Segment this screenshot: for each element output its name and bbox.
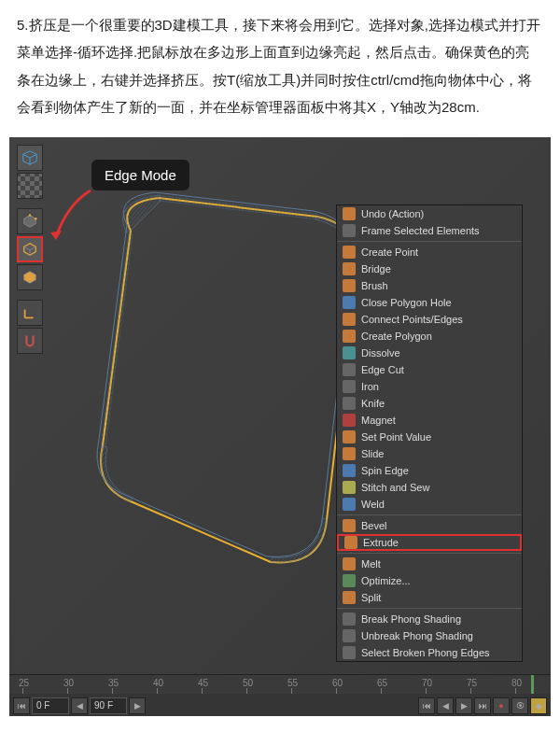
menu-item-label: Dissolve bbox=[361, 347, 400, 359]
menu-item-melt[interactable]: Melt bbox=[337, 556, 522, 572]
menu-item-label: Slide bbox=[361, 448, 384, 459]
menu-item-label: Weld bbox=[361, 499, 385, 510]
autokey-button[interactable]: ⦿ bbox=[511, 697, 528, 714]
mode-toolbar bbox=[17, 145, 43, 354]
goto-start-button[interactable]: ⏮ bbox=[13, 697, 30, 714]
texture-mode-icon[interactable] bbox=[17, 173, 43, 199]
menu-item-extrude[interactable]: Extrude bbox=[337, 534, 522, 551]
menu-item-magnet[interactable]: Magnet bbox=[337, 412, 522, 429]
menu-item-label: Bridge bbox=[361, 263, 391, 274]
ruler-tick: 25 bbox=[19, 678, 29, 688]
menu-item-edge-cut[interactable]: Edge Cut bbox=[337, 361, 522, 378]
menu-item-knife[interactable]: Knife bbox=[337, 395, 522, 412]
menu-item-label: Bevel bbox=[361, 520, 387, 531]
step-fwd-button[interactable]: ▶ bbox=[129, 697, 146, 714]
menu-item-create-polygon[interactable]: Create Polygon bbox=[337, 328, 522, 345]
dissolve-icon bbox=[343, 346, 356, 359]
menu-item-label: Knife bbox=[361, 398, 385, 409]
iron-icon bbox=[343, 380, 356, 393]
menu-item-select-broken-phong-edges[interactable]: Select Broken Phong Edges bbox=[337, 644, 522, 661]
axis-tool-icon[interactable] bbox=[17, 300, 43, 326]
menu-item-label: Iron bbox=[361, 381, 379, 392]
slide-icon bbox=[343, 447, 356, 460]
menu-item-bevel[interactable]: Bevel bbox=[337, 517, 522, 534]
play-fwd-button[interactable]: ▶ bbox=[455, 697, 472, 714]
menu-item-undo-action-[interactable]: Undo (Action) bbox=[337, 205, 522, 222]
unbreak-phong-shading-icon bbox=[343, 629, 356, 642]
menu-item-spin-edge[interactable]: Spin Edge bbox=[337, 462, 522, 479]
undo-action--icon bbox=[343, 207, 356, 220]
menu-item-slide[interactable]: Slide bbox=[337, 445, 522, 462]
menu-item-connect-points-edges[interactable]: Connect Points/Edges bbox=[337, 311, 522, 328]
menu-item-bridge[interactable]: Bridge bbox=[337, 260, 522, 277]
key-options-button[interactable]: ◆ bbox=[530, 697, 547, 714]
point-mode-icon[interactable] bbox=[17, 208, 43, 234]
menu-item-set-point-value[interactable]: Set Point Value bbox=[337, 429, 522, 445]
menu-item-unbreak-phong-shading[interactable]: Unbreak Phong Shading bbox=[337, 627, 522, 644]
bevel-icon bbox=[343, 519, 356, 532]
context-menu: Undo (Action)Frame Selected ElementsCrea… bbox=[336, 204, 523, 662]
spin-edge-icon bbox=[343, 464, 356, 477]
menu-item-create-point[interactable]: Create Point bbox=[337, 244, 522, 260]
select-broken-phong-edges-icon bbox=[343, 646, 356, 659]
edge-cut-icon bbox=[343, 363, 356, 376]
goto-prev-key-button[interactable]: ⏮ bbox=[418, 697, 435, 714]
menu-separator bbox=[337, 608, 522, 609]
timeline-panel: 253035404550556065707580 ⏮ 0 F ◀ 90 F ▶ … bbox=[9, 674, 551, 716]
menu-item-weld[interactable]: Weld bbox=[337, 496, 522, 513]
menu-item-label: Brush bbox=[361, 280, 388, 291]
svg-line-1 bbox=[23, 154, 30, 158]
ruler-tick: 50 bbox=[243, 678, 253, 688]
ruler-tick: 55 bbox=[287, 678, 298, 688]
svg-marker-11 bbox=[24, 272, 36, 284]
split-icon bbox=[343, 591, 356, 604]
frame-end-field[interactable]: 90 F bbox=[90, 697, 127, 714]
tutorial-paragraph: 5.挤压是一个很重要的3D建模工具，接下来将会用到它。选择对象,选择边模式并打开… bbox=[0, 0, 560, 137]
menu-item-break-phong-shading[interactable]: Break Phong Shading bbox=[337, 611, 522, 627]
knife-icon bbox=[343, 397, 356, 410]
menu-item-iron[interactable]: Iron bbox=[337, 378, 522, 395]
menu-item-label: Break Phong Shading bbox=[361, 613, 461, 625]
create-point-icon bbox=[343, 246, 356, 259]
ruler-tick: 70 bbox=[422, 678, 432, 688]
viewport-3d[interactable]: Edge Mode Undo (Action)Frame Selected El… bbox=[9, 137, 551, 674]
model-mode-icon[interactable] bbox=[17, 145, 43, 171]
ruler-tick: 60 bbox=[332, 678, 343, 688]
melt-icon bbox=[343, 557, 356, 570]
menu-item-label: Connect Points/Edges bbox=[361, 314, 463, 325]
menu-item-dissolve[interactable]: Dissolve bbox=[337, 345, 522, 361]
polygon-mode-icon[interactable] bbox=[17, 264, 43, 290]
set-point-value-icon bbox=[343, 430, 356, 443]
svg-marker-12 bbox=[50, 231, 62, 240]
menu-item-label: Magnet bbox=[361, 415, 396, 426]
menu-item-stitch-and-sew[interactable]: Stitch and Sew bbox=[337, 479, 522, 496]
menu-item-frame-selected-elements[interactable]: Frame Selected Elements bbox=[337, 222, 522, 239]
snap-tool-icon[interactable] bbox=[17, 328, 43, 354]
record-button[interactable]: ● bbox=[493, 697, 510, 714]
menu-item-brush[interactable]: Brush bbox=[337, 277, 522, 294]
menu-item-label: Edge Cut bbox=[361, 364, 404, 375]
close-polygon-hole-icon bbox=[343, 296, 356, 309]
step-back-button[interactable]: ◀ bbox=[71, 697, 88, 714]
menu-item-label: Undo (Action) bbox=[361, 208, 424, 219]
timeline-controls: ⏮ 0 F ◀ 90 F ▶ ⏮ ◀ ▶ ⏭ ● ⦿ ◆ bbox=[9, 694, 551, 716]
menu-item-split[interactable]: Split bbox=[337, 589, 522, 606]
goto-next-key-button[interactable]: ⏭ bbox=[474, 697, 491, 714]
menu-item-label: Set Point Value bbox=[361, 431, 431, 443]
playhead[interactable] bbox=[531, 675, 534, 694]
optimize--icon bbox=[343, 574, 356, 587]
svg-point-6 bbox=[35, 218, 37, 220]
menu-item-optimize-[interactable]: Optimize... bbox=[337, 572, 522, 589]
menu-item-label: Melt bbox=[361, 558, 381, 570]
menu-item-close-polygon-hole[interactable]: Close Polygon Hole bbox=[337, 294, 522, 311]
menu-item-label: Stitch and Sew bbox=[361, 482, 429, 493]
timeline-ruler[interactable]: 253035404550556065707580 bbox=[9, 675, 551, 694]
edge-mode-icon[interactable] bbox=[17, 236, 43, 262]
edge-mode-tooltip: Edge Mode bbox=[91, 160, 189, 190]
play-back-button[interactable]: ◀ bbox=[437, 697, 454, 714]
menu-item-label: Select Broken Phong Edges bbox=[361, 647, 490, 658]
ruler-tick: 65 bbox=[377, 678, 387, 688]
stitch-and-sew-icon bbox=[343, 481, 356, 494]
frame-start-field[interactable]: 0 F bbox=[32, 697, 69, 714]
svg-marker-4 bbox=[24, 216, 36, 228]
